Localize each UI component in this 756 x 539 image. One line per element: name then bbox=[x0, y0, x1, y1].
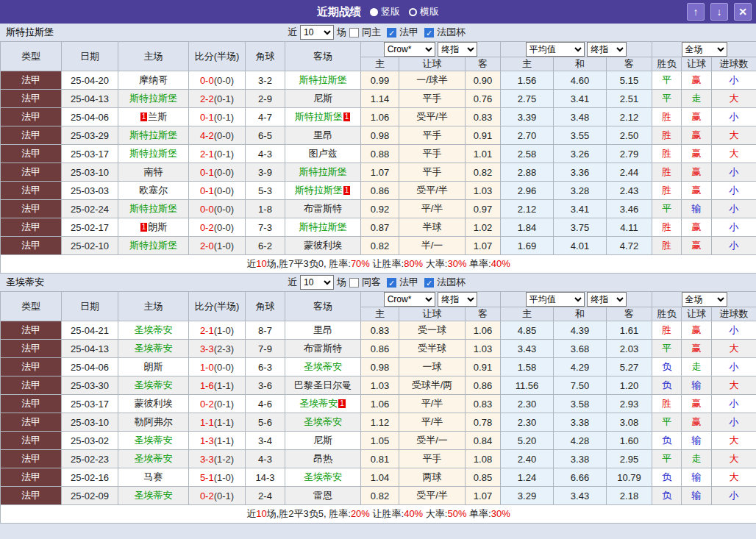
handicap-result-cell: 输 bbox=[682, 487, 712, 505]
radio-unselected-icon[interactable] bbox=[409, 8, 417, 16]
goals-result-cell: 大 bbox=[712, 126, 756, 145]
team-name-text: 兰斯 bbox=[148, 111, 167, 122]
fulltime-score: 0-1 bbox=[200, 112, 214, 123]
avg-away-odds: 4.72 bbox=[607, 237, 652, 255]
col-away: 客场 bbox=[285, 292, 361, 321]
home-team-cell: 马赛 bbox=[118, 468, 189, 487]
radio-selected-icon[interactable] bbox=[370, 8, 378, 16]
average-select[interactable]: 平均值 bbox=[526, 42, 585, 57]
handicap-result-cell: 输 bbox=[682, 468, 712, 487]
goals-result-cell: 小 bbox=[712, 218, 756, 237]
avg-draw-odds: 3.68 bbox=[554, 340, 607, 358]
handicap-home-odds: 1.03 bbox=[361, 376, 399, 395]
score-cell: 2-1(0-1) bbox=[189, 145, 246, 163]
match-row: 法甲25-03-10南特0-1(0-0)3-9斯特拉斯堡1.07平手0.822.… bbox=[1, 163, 756, 182]
bookmaker-select[interactable]: Crow* bbox=[384, 42, 435, 57]
summary-segment: 50% bbox=[447, 508, 466, 519]
handicap-home-odds: 0.98 bbox=[361, 126, 399, 145]
score-cell: 3-3(1-2) bbox=[189, 450, 246, 468]
cup-checkbox[interactable] bbox=[424, 278, 434, 288]
avg-home-odds: 1.56 bbox=[501, 71, 554, 90]
move-down-button[interactable]: ↓ bbox=[710, 3, 728, 21]
final-odds-select[interactable]: 终指 bbox=[438, 292, 477, 307]
summary-segment: 让胜率: bbox=[370, 508, 404, 519]
handicap-away-odds: 1.01 bbox=[466, 145, 501, 163]
league-label: 法甲 bbox=[399, 26, 418, 39]
handicap-line: 半/一 bbox=[399, 237, 466, 255]
league-checkbox[interactable] bbox=[387, 278, 396, 288]
near-label: 近 bbox=[288, 26, 297, 39]
close-button[interactable]: ✕ bbox=[734, 3, 752, 21]
bookmaker-select[interactable]: Crow* bbox=[384, 292, 435, 307]
date-cell: 25-03-10 bbox=[62, 413, 118, 432]
bookmaker-select-group: Crow* 终指 bbox=[361, 292, 501, 307]
same-venue-checkbox[interactable] bbox=[349, 28, 359, 38]
goals-result-cell: 小 bbox=[712, 358, 756, 376]
col-handicap-home: 主 bbox=[361, 307, 399, 321]
col-avg-draw: 和 bbox=[554, 57, 607, 71]
summary-segment: 70% bbox=[351, 258, 370, 269]
home-team-cell: 圣埃蒂安 bbox=[118, 432, 189, 450]
corners-cell: 2-4 bbox=[246, 487, 285, 505]
avg-away-odds: 1.61 bbox=[607, 321, 652, 340]
handicap-home-odds: 0.92 bbox=[361, 200, 399, 218]
team-name-text: 斯特拉斯堡 bbox=[299, 166, 347, 177]
same-venue-label: 同主 bbox=[362, 26, 381, 39]
score-cell: 1-0(0-0) bbox=[189, 358, 246, 376]
handicap-away-odds: 1.07 bbox=[466, 487, 501, 505]
fulltime-score: 0-2 bbox=[200, 490, 214, 501]
summary-text: 近10场,胜2平3负5, 胜率:20% 让胜率:40% 大率:50% 单率:30… bbox=[1, 505, 756, 524]
league-checkbox[interactable] bbox=[387, 28, 396, 38]
league-type-cell: 法甲 bbox=[1, 468, 62, 487]
avg-home-odds: 1.84 bbox=[501, 218, 554, 237]
final-odds-select[interactable]: 终指 bbox=[438, 42, 477, 57]
result-cell: 胜 bbox=[652, 182, 682, 200]
layout-radio-horizontal[interactable]: 横版 bbox=[409, 5, 439, 18]
match-row: 法甲25-02-23圣埃蒂安3-3(1-2)4-3昂热0.81平手1.082.4… bbox=[1, 450, 756, 468]
move-up-button[interactable]: ↑ bbox=[687, 3, 705, 21]
handicap-away-odds: 1.08 bbox=[466, 450, 501, 468]
score-cell: 1-6(1-1) bbox=[189, 376, 246, 395]
average-select[interactable]: 平均值 bbox=[526, 292, 585, 307]
avg-away-odds: 2.43 bbox=[607, 182, 652, 200]
handicap-line: 平手 bbox=[399, 90, 466, 108]
summary-segment: 40% bbox=[491, 258, 510, 269]
handicap-away-odds: 0.91 bbox=[466, 126, 501, 145]
match-count-select[interactable]: 10 bbox=[300, 275, 334, 290]
goals-result-cell: 小 bbox=[712, 182, 756, 200]
fulltime-select[interactable]: 全场 bbox=[682, 42, 727, 57]
match-count-select[interactable]: 10 bbox=[300, 25, 334, 40]
team-name-text: 蒙彼利埃 bbox=[304, 240, 342, 251]
result-cell: 胜 bbox=[652, 395, 682, 413]
home-team-cell: 1朗斯 bbox=[118, 218, 189, 237]
away-team-cell: 雷恩 bbox=[285, 487, 361, 505]
result-cell: 平 bbox=[652, 90, 682, 108]
avg-away-odds: 2.51 bbox=[607, 90, 652, 108]
score-cell: 0-2(0-1) bbox=[189, 395, 246, 413]
date-cell: 25-02-10 bbox=[62, 237, 118, 255]
team-name-text: 斯特拉斯堡 bbox=[299, 74, 347, 85]
handicap-line: 半球 bbox=[399, 218, 466, 237]
away-team-cell: 圣埃蒂安 bbox=[285, 413, 361, 432]
summary-segment: 30% bbox=[447, 258, 466, 269]
result-cell: 胜 bbox=[652, 163, 682, 182]
corners-cell: 4-3 bbox=[246, 450, 285, 468]
layout-radio-vertical[interactable]: 竖版 bbox=[370, 5, 400, 18]
fulltime-select[interactable]: 全场 bbox=[682, 292, 727, 307]
league-type-cell: 法甲 bbox=[1, 163, 62, 182]
halftime-score: (1-1) bbox=[214, 417, 234, 428]
handicap-away-odds: 0.90 bbox=[466, 71, 501, 90]
result-cell: 胜 bbox=[652, 145, 682, 163]
date-cell: 25-04-06 bbox=[62, 358, 118, 376]
same-venue-checkbox[interactable] bbox=[349, 278, 359, 288]
match-row: 法甲25-02-09圣埃蒂安0-2(0-1)2-4雷恩0.82受平/半1.073… bbox=[1, 487, 756, 505]
avg-away-odds: 5.27 bbox=[607, 358, 652, 376]
final-odds-select-2[interactable]: 终指 bbox=[587, 292, 627, 307]
avg-away-odds: 2.18 bbox=[607, 487, 652, 505]
result-cell: 平 bbox=[652, 413, 682, 432]
final-odds-select-2[interactable]: 终指 bbox=[587, 42, 627, 57]
avg-draw-odds: 3.43 bbox=[554, 487, 607, 505]
result-cell: 胜 bbox=[652, 218, 682, 237]
dialog-title: 近期战绩 bbox=[317, 5, 361, 19]
cup-checkbox[interactable] bbox=[424, 28, 434, 38]
